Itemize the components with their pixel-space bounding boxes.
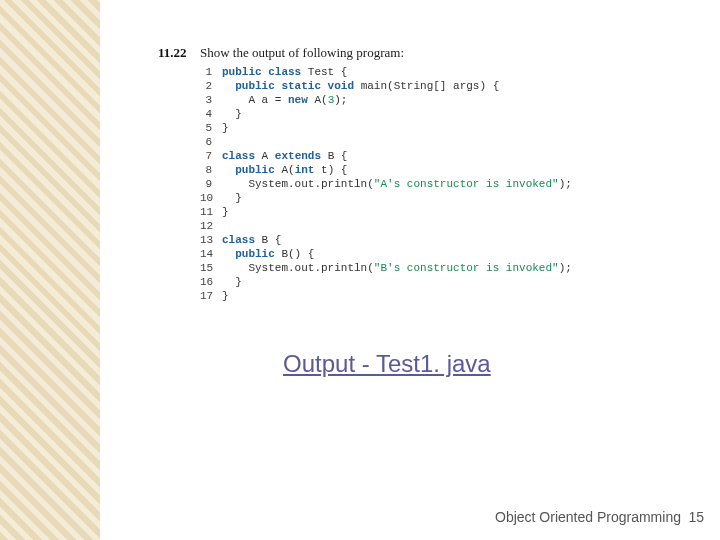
line-number: 7 <box>200 149 222 163</box>
code-line: 16 } <box>200 275 572 289</box>
code-text: class B { <box>222 233 281 247</box>
code-text: A a = new A(3); <box>222 93 347 107</box>
line-number: 13 <box>200 233 222 247</box>
exercise-prompt: Show the output of following program: <box>200 45 404 61</box>
code-line: 11} <box>200 205 572 219</box>
code-line: 8 public A(int t) { <box>200 163 572 177</box>
exercise-number: 11.22 <box>158 45 187 61</box>
code-line: 4 } <box>200 107 572 121</box>
code-text: public static void main(String[] args) { <box>222 79 499 93</box>
code-line: 12 <box>200 219 572 233</box>
code-line: 6 <box>200 135 572 149</box>
code-line: 2 public static void main(String[] args)… <box>200 79 572 93</box>
code-text: } <box>222 107 242 121</box>
code-text: } <box>222 121 229 135</box>
code-text: } <box>222 205 229 219</box>
line-number: 8 <box>200 163 222 177</box>
footer-title: Object Oriented Programming <box>495 509 681 525</box>
line-number: 9 <box>200 177 222 191</box>
code-line: 15 System.out.println("B's constructor i… <box>200 261 572 275</box>
code-line: 3 A a = new A(3); <box>200 93 572 107</box>
code-line: 13class B { <box>200 233 572 247</box>
line-number: 10 <box>200 191 222 205</box>
code-line: 7class A extends B { <box>200 149 572 163</box>
line-number: 11 <box>200 205 222 219</box>
code-line: 14 public B() { <box>200 247 572 261</box>
line-number: 12 <box>200 219 222 233</box>
line-number: 6 <box>200 135 222 149</box>
page-number: 15 <box>688 509 704 525</box>
code-text: class A extends B { <box>222 149 347 163</box>
code-text: public A(int t) { <box>222 163 347 177</box>
line-number: 3 <box>200 93 222 107</box>
line-number: 1 <box>200 65 222 79</box>
code-text: } <box>222 289 229 303</box>
code-text: System.out.println("A's constructor is i… <box>222 177 572 191</box>
line-number: 2 <box>200 79 222 93</box>
code-text: } <box>222 191 242 205</box>
code-line: 17} <box>200 289 572 303</box>
code-line: 1public class Test { <box>200 65 572 79</box>
decorative-sidebar <box>0 0 100 540</box>
code-line: 5} <box>200 121 572 135</box>
line-number: 5 <box>200 121 222 135</box>
line-number: 17 <box>200 289 222 303</box>
line-number: 16 <box>200 275 222 289</box>
code-line: 10 } <box>200 191 572 205</box>
code-block: 1public class Test {2 public static void… <box>200 65 572 303</box>
output-link[interactable]: Output - Test1. java <box>283 350 491 378</box>
slide-content: 11.22 Show the output of following progr… <box>100 0 720 540</box>
code-text: public class Test { <box>222 65 347 79</box>
line-number: 15 <box>200 261 222 275</box>
line-number: 14 <box>200 247 222 261</box>
code-line: 9 System.out.println("A's constructor is… <box>200 177 572 191</box>
line-number: 4 <box>200 107 222 121</box>
code-text: } <box>222 275 242 289</box>
code-text: System.out.println("B's constructor is i… <box>222 261 572 275</box>
code-text: public B() { <box>222 247 314 261</box>
